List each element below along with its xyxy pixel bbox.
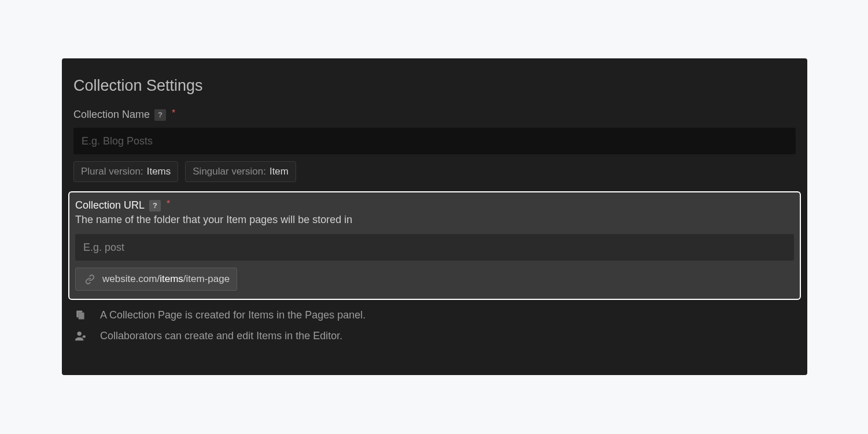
info-page-text: A Collection Page is created for Items i… [100,309,365,321]
url-preview-text: website.com/items/item-page [102,273,230,285]
help-icon[interactable]: ? [154,109,166,121]
panel-title: Collection Settings [62,72,807,105]
collection-url-label-row: Collection URL ? * [75,199,794,212]
info-row-page: A Collection Page is created for Items i… [73,308,796,322]
singular-version-chip[interactable]: Singular version: Item [185,161,296,182]
plural-version-value: Items [147,166,171,177]
collection-name-label-row: Collection Name ? * [73,109,796,121]
plural-version-label: Plural version: [81,166,143,177]
svg-point-3 [77,332,82,336]
collection-url-input[interactable] [75,234,794,261]
help-icon[interactable]: ? [149,200,161,212]
url-preview-bold: items [160,273,183,284]
collection-name-field: Collection Name ? * Plural version: Item… [62,105,807,182]
collection-url-help-text: The name of the folder that your Item pa… [75,214,794,226]
info-row-collab: Collaborators can create and edit Items … [73,329,796,343]
collection-url-section: Collection URL ? * The name of the folde… [68,191,801,300]
pages-icon [73,308,87,322]
collection-name-input[interactable] [73,128,796,154]
collection-url-label: Collection URL [75,199,145,212]
url-preview-suffix: /item-page [183,273,230,284]
url-preview-prefix: website.com/ [102,273,160,284]
link-icon [83,272,97,286]
svg-rect-2 [79,313,84,320]
version-chip-row: Plural version: Items Singular version: … [73,161,796,182]
collection-name-label: Collection Name [73,109,150,121]
singular-version-value: Item [269,166,289,177]
required-mark: * [167,199,170,209]
singular-version-label: Singular version: [193,166,266,177]
info-collab-text: Collaborators can create and edit Items … [100,330,342,342]
collection-settings-panel: Collection Settings Collection Name ? * … [62,58,807,375]
url-preview-chip: website.com/items/item-page [75,268,237,291]
collaborators-icon [73,329,87,343]
info-list: A Collection Page is created for Items i… [62,300,807,343]
plural-version-chip[interactable]: Plural version: Items [73,161,178,182]
required-mark: * [172,108,175,118]
